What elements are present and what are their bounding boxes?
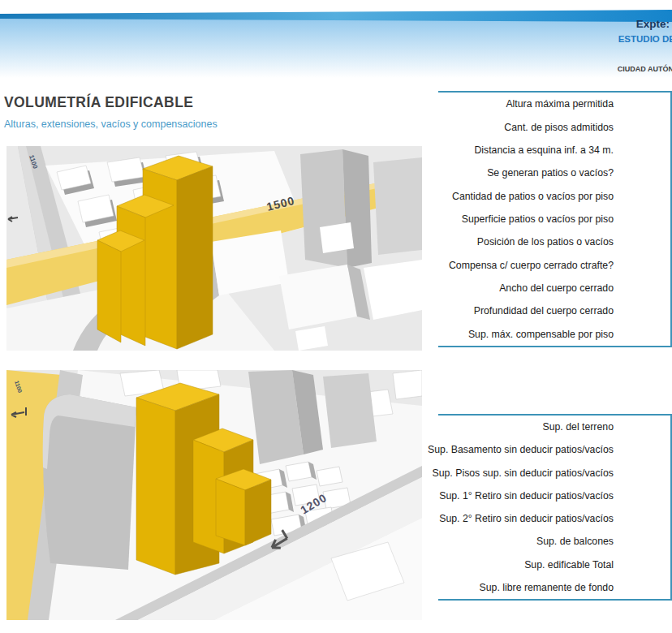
page-subtitle: Alturas, extensiones, vacíos y compensac… [4,118,218,130]
table-row: Sup. libre remanente de fondo [438,582,670,593]
neighbor-towers [300,149,422,268]
table-row: Sup. Basamento sin deducir patios/vacíos [438,444,670,455]
volumetry-render-bottom: 1100 [6,370,422,620]
table-row: Se generan patios o vacíos? [438,167,670,179]
table-row: Compensa c/ cuerpo cerrado ctrafte? [438,260,670,271]
table-row: Sup. Pisos sup. sin deducir patios/vacío… [438,467,670,479]
parameters-table-surfaces: Sup. del terreno Sup. Basamento sin dedu… [438,414,672,601]
table-row: Cantidad de patios o vacíos por piso [438,191,670,202]
table-row: Ancho del cuerpo cerrado [438,282,670,294]
rounded-building [43,394,136,570]
table-row: Sup. 2° Retiro sin deducir patios/vacíos [438,513,670,524]
org-subtitle: CIUDAD AUTÓN [618,65,672,73]
expte-label: Expte: [636,18,670,30]
org-name: ESTUDIO DE [618,34,672,44]
header-band: Expte: ESTUDIO DE CIUDAD AUTÓN [0,0,672,81]
page-title: VOLUMETRÍA EDIFICABLE [4,94,218,111]
table-row: Distancia a esquina inf. a 34 m. [438,144,670,156]
volumetry-render-top: 1100 [6,146,422,351]
table-row: Sup. edificable Total [438,559,670,571]
table-row: Superficie patios o vacíos por piso [438,213,670,225]
title-block: VOLUMETRÍA EDIFICABLE Alturas, extension… [4,94,218,130]
table-row: Altura máxima permitida [438,98,670,110]
document-page: Expte: ESTUDIO DE CIUDAD AUTÓN VOLUMETRÍ… [0,0,672,633]
header-swoosh-graphic [0,0,672,81]
parameters-table-volumetry: Altura máxima permitida Cant. de pisos a… [438,91,672,347]
table-row: Cant. de pisos admitidos [438,122,670,133]
table-row: Sup. 1° Retiro sin deducir patios/vacíos [438,490,670,502]
table-row: Sup. del terreno [438,421,670,433]
table-row: Posición de los patios o vacíos [438,236,670,248]
table-row: Profundidad del cuerpo cerrado [438,305,670,316]
table-row: Sup. de balcones [438,536,670,547]
table-row: Sup. máx. compensable por piso [438,329,670,340]
